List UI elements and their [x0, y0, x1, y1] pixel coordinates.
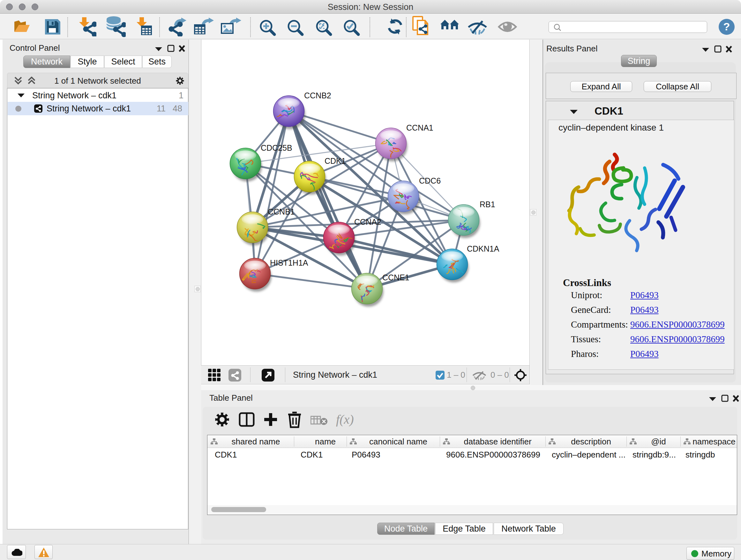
svg-text:CDC25B: CDC25B [261, 143, 292, 152]
svg-text:?: ? [724, 20, 730, 33]
svg-text:CCNE1: CCNE1 [382, 273, 409, 282]
svg-text:CCNA2: CCNA2 [354, 217, 381, 226]
svg-text:CDKN1A: CDKN1A [467, 244, 499, 253]
svg-text:CDK1: CDK1 [325, 157, 346, 165]
svg-text:CDC6: CDC6 [419, 176, 441, 185]
svg-text:RB1: RB1 [480, 200, 495, 209]
svg-text:CCNA1: CCNA1 [406, 123, 433, 132]
svg-text:CCNB2: CCNB2 [304, 91, 331, 100]
svg-text:CCNB1: CCNB1 [268, 207, 295, 216]
svg-text:HIST1H1A: HIST1H1A [270, 258, 308, 267]
